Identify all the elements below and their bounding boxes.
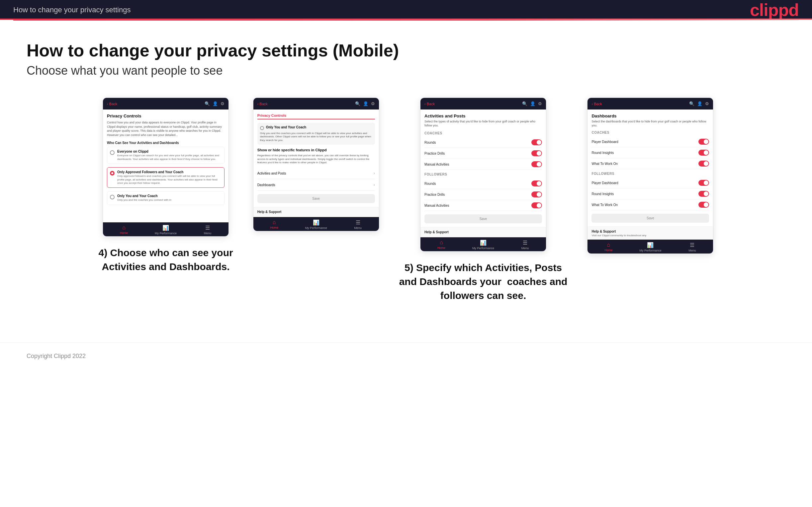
back-button-3[interactable]: ‹ Back [424, 102, 435, 106]
toggle-workon-coaches-switch[interactable] [698, 161, 709, 167]
toggle-manual-followers-switch[interactable] [531, 203, 542, 208]
settings-icon-2[interactable]: ⚙ [371, 101, 375, 106]
toggle-rounds-followers-switch[interactable] [531, 180, 542, 186]
home-icon-4: ⌂ [607, 242, 610, 248]
tab-home-label-4: Home [604, 248, 612, 252]
radio-label-everyone: Everyone on Clippd [117, 150, 221, 153]
toggle-playerdash-followers-label: Player Dashboard [592, 181, 618, 185]
section-heading-1: Who Can See Your Activities and Dashboar… [107, 141, 224, 145]
performance-icon-3: 📊 [480, 239, 487, 246]
settings-icon[interactable]: ⚙ [220, 101, 224, 106]
phone-screen-3: ‹ Back 🔍 👤 ⚙ Activities and Posts Select… [420, 98, 546, 251]
toggle-roundinsights-followers-switch[interactable] [698, 191, 709, 197]
toggle-playerdash-coaches-switch[interactable] [698, 139, 709, 145]
toggle-roundinsights-coaches-label: Round Insights [592, 151, 614, 155]
person-icon-3[interactable]: 👤 [530, 101, 536, 106]
toggle-manual-coaches-switch[interactable] [531, 161, 542, 167]
screen3-body: Activities and Posts Select the types of… [420, 110, 546, 227]
header-icons-2: 🔍 👤 ⚙ [355, 101, 375, 106]
page-footer: Copyright Clippd 2022 [0, 342, 812, 370]
menu-icon-1: ☰ [205, 225, 210, 231]
search-icon-2[interactable]: 🔍 [355, 101, 360, 106]
header-icons-3: 🔍 👤 ⚙ [522, 101, 542, 106]
radio-option-only-you[interactable]: Only You and Your Coach Only you and the… [107, 191, 224, 205]
settings-icon-3[interactable]: ⚙ [538, 101, 542, 106]
radio-desc-only-you: Only you and the coaches you connect wit… [117, 199, 171, 202]
back-button-1[interactable]: ‹ Back [107, 102, 117, 106]
dash-desc: Select the dashboards that you'd like to… [592, 120, 709, 127]
tab-home-3[interactable]: ⌂ Home [420, 239, 462, 250]
toggle-drills-followers-switch[interactable] [531, 191, 542, 198]
caption-1: 4) Choose who can see yourActivities and… [99, 246, 233, 274]
help-title-4: Help & Support [592, 230, 709, 233]
tab-performance-4[interactable]: 📊 My Performance [629, 242, 671, 252]
back-button-4[interactable]: ‹ Back [592, 102, 602, 106]
home-icon-3: ⌂ [440, 239, 443, 245]
toggle-manual-followers: Manual Activities [424, 200, 542, 211]
tab-home-2[interactable]: ⌂ Home [253, 219, 295, 230]
caption-text-2: 5) Specify which Activities, Postsand Da… [399, 261, 568, 302]
toggle-rounds-coaches-label: Rounds [424, 141, 436, 144]
option-box-selected: Only You and Your Coach Only you and the… [257, 123, 375, 145]
tab-menu-1[interactable]: ☰ Menu [187, 225, 229, 235]
logo: clippd [750, 0, 799, 20]
search-icon[interactable]: 🔍 [205, 101, 210, 106]
menu-link-activities[interactable]: Activities and Posts › [257, 168, 375, 179]
toggle-workon-coaches: What To Work On [592, 158, 709, 169]
option-box-desc: Only you and the coaches you connect wit… [260, 132, 372, 142]
toggle-playerdash-followers-switch[interactable] [698, 180, 709, 186]
page-heading: How to change your privacy settings (Mob… [27, 41, 785, 60]
save-button-4[interactable]: Save [592, 214, 709, 223]
person-icon[interactable]: 👤 [212, 101, 218, 106]
tab-menu-3[interactable]: ☰ Menu [504, 239, 546, 250]
help-title-3: Help & Support [424, 230, 542, 234]
help-support-3: Help & Support [420, 227, 546, 237]
toggle-roundinsights-coaches-switch[interactable] [698, 150, 709, 156]
act-desc: Select the types of activity that you'd … [424, 120, 542, 127]
menu-link-dashboards[interactable]: Dashboards › [257, 179, 375, 191]
radio-label-only-you: Only You and Your Coach [117, 194, 171, 198]
tab-home-4[interactable]: ⌂ Home [588, 242, 629, 252]
tab-performance-label-2: My Performance [305, 226, 327, 230]
toggle-rounds-coaches-switch[interactable] [531, 139, 542, 145]
tab-home-1[interactable]: ⌂ Home [103, 225, 145, 235]
search-icon-4[interactable]: 🔍 [689, 101, 695, 106]
toggle-workon-coaches-label: What To Work On [592, 162, 618, 166]
nav-title: How to change your privacy settings [13, 6, 131, 14]
radio-option-everyone[interactable]: Everyone on Clippd Everyone on Clippd ca… [107, 147, 224, 164]
tab-performance-3[interactable]: 📊 My Performance [462, 239, 504, 250]
radio-desc-approved: Only approved followers and coaches you … [117, 174, 221, 185]
save-button-2[interactable]: Save [257, 194, 375, 203]
tab-menu-4[interactable]: ☰ Menu [671, 242, 713, 252]
toggle-workon-followers-switch[interactable] [698, 202, 709, 208]
tab-performance-label-4: My Performance [639, 249, 661, 252]
back-button-2[interactable]: ‹ Back [257, 102, 268, 106]
screen4-body: Dashboards Select the dashboards that yo… [588, 110, 713, 227]
toggle-rounds-coaches: Rounds [424, 137, 542, 148]
menu-icon-2: ☰ [356, 219, 360, 226]
header-icons-1: 🔍 👤 ⚙ [205, 101, 224, 106]
home-icon-2: ⌂ [273, 219, 276, 225]
coaches-label-4: COACHES [592, 131, 709, 134]
followers-label-3: FOLLOWERS [424, 173, 542, 176]
tab-menu-2[interactable]: ☰ Menu [337, 219, 379, 230]
tab-menu-label-1: Menu [204, 232, 211, 235]
tab-home-label-1: Home [120, 231, 128, 235]
chevron-dashboards: › [373, 182, 375, 187]
tab-performance-2[interactable]: 📊 My Performance [295, 219, 337, 230]
person-icon-2[interactable]: 👤 [363, 101, 368, 106]
radio-circle-s2 [260, 126, 264, 130]
toggle-drills-followers: Practice Drills [424, 189, 542, 200]
privacy-title-1: Privacy Controls [107, 113, 224, 118]
person-icon-4[interactable]: 👤 [697, 101, 702, 106]
radio-option-approved[interactable]: Only Approved Followers and Your Coach O… [107, 167, 224, 188]
page-subheading: Choose what you want people to see [27, 64, 785, 78]
search-icon-3[interactable]: 🔍 [522, 101, 527, 106]
header-icons-4: 🔍 👤 ⚙ [689, 101, 709, 106]
performance-icon-4: 📊 [647, 242, 654, 248]
copyright-text: Copyright Clippd 2022 [27, 353, 86, 359]
settings-icon-4[interactable]: ⚙ [705, 101, 709, 106]
tab-performance-1[interactable]: 📊 My Performance [145, 225, 187, 235]
toggle-drills-coaches-switch[interactable] [531, 150, 542, 156]
save-button-3[interactable]: Save [424, 214, 542, 223]
